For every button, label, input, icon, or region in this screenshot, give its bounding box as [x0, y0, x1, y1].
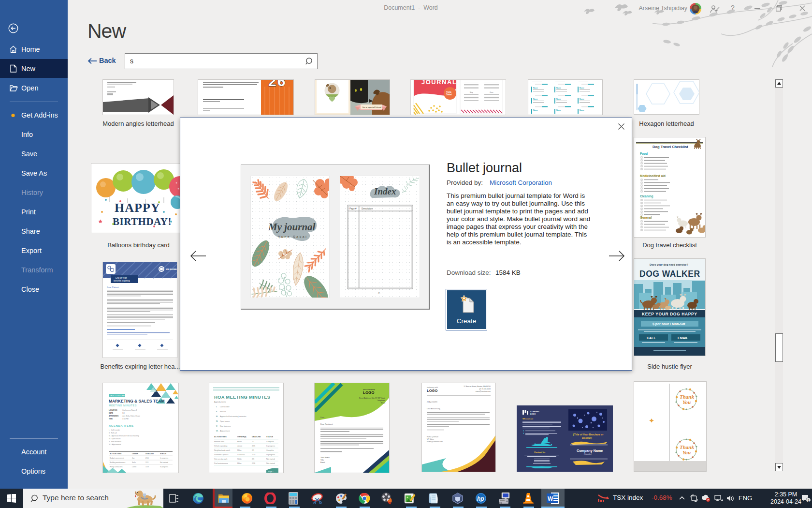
svg-text:Approval of last meeting's min: Approval of last meeting's minutes	[220, 416, 246, 418]
svg-text:Not started: Not started	[266, 458, 275, 460]
svg-text:AGENDA ITEMS: AGENDA ITEMS	[109, 424, 134, 427]
svg-text:2/11: 2/11	[145, 462, 148, 463]
svg-text:Rama Qokhale: Rama Qokhale	[427, 436, 438, 438]
svg-text:Medicine/first aid: Medicine/first aid	[640, 174, 666, 178]
svg-text:Company Name: Company Name	[577, 448, 603, 453]
svg-text:I.: I.	[216, 406, 217, 408]
svg-text:LOGO: LOGO	[363, 390, 375, 395]
svg-text:In progress: In progress	[160, 466, 168, 468]
svg-text:Page #: Page #	[349, 208, 357, 210]
svg-text:OWNER(S): OWNER(S)	[237, 436, 246, 438]
svg-text:Name: Name	[580, 87, 584, 89]
svg-text:ATTENDEES: ATTENDEES	[109, 415, 119, 417]
svg-text:V. New business: V. New business	[109, 441, 121, 443]
svg-text:You: You	[682, 399, 691, 405]
svg-text:2/15: 2/15	[252, 445, 255, 447]
svg-text:Does your dog need exercise?: Does your dog need exercise?	[650, 263, 688, 266]
svg-text:Agenda items: Agenda items	[214, 401, 226, 403]
svg-text:II. Roll call: II. Roll call	[109, 432, 117, 434]
svg-text:hp: hp	[477, 495, 484, 502]
svg-text:Page 1: Page 1	[268, 471, 274, 473]
svg-text:Roll call: Roll call	[220, 411, 226, 413]
svg-text:LOGO: LOGO	[427, 388, 437, 393]
svg-text:Vote on dog park: Vote on dog park	[214, 458, 227, 460]
svg-text:Not started: Not started	[160, 462, 168, 463]
svg-text:COMPANY: COMPANY	[530, 411, 540, 413]
svg-text:Name: Name	[533, 109, 538, 111]
svg-text:VP Sales: VP Sales	[427, 438, 434, 440]
svg-text:2/28: 2/28	[252, 463, 255, 464]
svg-text:Jessie: Jessie	[237, 445, 242, 447]
svg-text:Chanchal: Chanchal	[237, 454, 245, 456]
svg-text:. 2 .: . 2 .	[377, 292, 381, 295]
svg-text:V.: V.	[216, 425, 218, 427]
svg-text:2/1: 2/1	[252, 441, 254, 443]
svg-text:III.: III.	[216, 416, 218, 418]
svg-text:JOURNAL: JOURNAL	[421, 80, 457, 86]
svg-text:EMAIL: EMAIL	[678, 336, 689, 340]
svg-text:End of year: End of year	[116, 277, 127, 279]
svg-text:May: May	[470, 91, 473, 93]
svg-text:Call to order: Call to order	[220, 406, 230, 408]
svg-text:Street Address, City, ST ZIP C: Street Address, City, ST ZIP Code	[359, 397, 385, 399]
svg-text:ACTION ITEMS: ACTION ITEMS	[110, 453, 122, 455]
svg-text:Neighborhood watch: Neighborhood watch	[214, 449, 230, 451]
svg-text:Dear Adrian King,: Dear Adrian King,	[427, 408, 440, 410]
svg-text:Jon, Sella, Violet, Chace: Jon, Sella, Violet, Chace	[122, 415, 140, 417]
svg-text:HAPPY: HAPPY	[115, 201, 160, 215]
svg-text:Description: Description	[362, 208, 373, 210]
svg-text:Milan: Milan	[237, 463, 242, 464]
svg-text:DEADLINE: DEADLINE	[145, 453, 154, 455]
svg-text:CALL: CALL	[647, 336, 656, 340]
svg-text:Pool maintenance: Pool maintenance	[214, 463, 228, 464]
svg-text:Date: Date	[320, 417, 324, 418]
svg-text:Vehicle speeding: Vehicle speeding	[214, 445, 227, 447]
svg-text:name@contoso.com: name@contoso.com	[427, 441, 443, 443]
svg-text:Name: Name	[533, 98, 538, 100]
svg-text:Name: Name	[533, 87, 538, 89]
svg-text:II.: II.	[216, 411, 218, 413]
svg-text:12 Beacon Street, Boston, MA 3: 12 Beacon Street, Boston, MA 36700	[464, 386, 491, 388]
svg-text:OWNER: OWNER	[132, 453, 139, 455]
svg-text:Mention laws: Mention laws	[214, 441, 224, 443]
svg-text:VI. Adjournment: VI. Adjournment	[109, 444, 121, 446]
svg-text:Telephone: Telephone	[377, 400, 385, 402]
svg-text:Budget assessment: Budget assessment	[110, 457, 124, 459]
svg-text:WB BLUWASTE: WB BLUWASTE	[166, 268, 177, 270]
svg-text:Conference Room 8: Conference Room 8	[122, 409, 137, 411]
svg-text:III. Approval of minutes from: III. Approval of minutes from last meeti…	[109, 435, 139, 437]
svg-text:Dear Patient,: Dear Patient,	[107, 286, 119, 288]
svg-text:[Subtitle]: [Subtitle]	[584, 453, 592, 455]
svg-text:HOA MEETING MINUTES: HOA MEETING MINUTES	[214, 394, 270, 400]
svg-text:June: June	[490, 91, 493, 93]
svg-text:1/4: 1/4	[122, 412, 125, 414]
svg-text:Yuna Sakai: Yuna Sakai	[278, 235, 307, 239]
svg-text:My journal: My journal	[268, 221, 316, 233]
svg-text:Name: Name	[556, 98, 561, 100]
svg-text:2/10: 2/10	[145, 457, 149, 459]
svg-text:BIRTHDAY!: BIRTHDAY!	[113, 216, 172, 227]
svg-text:LOGO: LOGO	[530, 413, 536, 415]
svg-text:name@contoso.com: name@contoso.com	[476, 390, 491, 392]
svg-text:TIME: TIME	[109, 418, 113, 420]
svg-text:Not started: Not started	[266, 463, 275, 464]
svg-text:[Title of Your Brochure or: [Title of Your Brochure or	[573, 433, 604, 436]
svg-text:Milan: Milan	[237, 449, 242, 451]
svg-text:Name: Name	[556, 109, 561, 111]
svg-text:Complete: Complete	[266, 449, 274, 451]
svg-text:2/3: 2/3	[252, 458, 254, 460]
svg-text:In progress: In progress	[160, 457, 168, 459]
svg-text:In progress: In progress	[266, 454, 275, 456]
svg-text:Sella: Sella	[132, 462, 136, 463]
svg-text:DOG WALKER: DOG WALKER	[639, 269, 700, 279]
svg-text:You: You	[682, 449, 691, 455]
svg-text:2/10: 2/10	[252, 454, 255, 456]
svg-text:IV. Open issues: IV. Open issues	[109, 438, 121, 440]
svg-text:Jon: Jon	[132, 457, 135, 459]
svg-text:Title: Title	[320, 459, 324, 461]
svg-text:Valentine's potluck: Valentine's potluck	[214, 454, 229, 456]
svg-text:Dog Travel Checklist: Dog Travel Checklist	[652, 145, 688, 149]
svg-text:Name: Name	[580, 109, 584, 111]
svg-text:STATUS: STATUS	[266, 436, 273, 438]
svg-text:I. Call to order: I. Call to order	[109, 429, 120, 431]
